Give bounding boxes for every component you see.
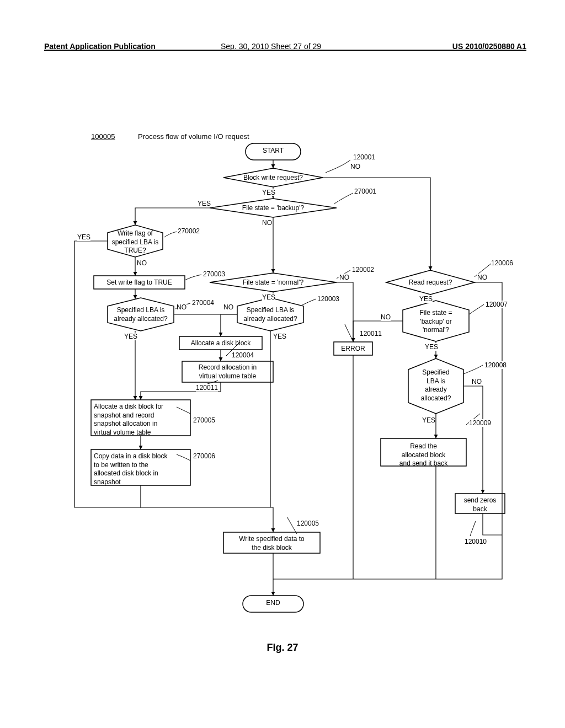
ref-270003: 270003 [203,270,225,278]
ref-120001: 120001 [353,153,375,161]
lbl-no: NO [381,313,391,321]
ref-120008: 120008 [484,361,507,369]
lbl-yes: YES [425,343,438,351]
header-rule [44,50,526,53]
ref-120003: 120003 [317,295,339,303]
ref-120011b: 120011 [196,384,218,392]
figure-id: 100005 [91,132,115,141]
decision-block-write: Block write request? [226,174,320,183]
lbl-no: NO [262,219,272,227]
lbl-no: NO [477,274,487,281]
decision-file-backup: File state = 'backup'? [215,204,331,213]
ref-120005: 120005 [297,520,319,527]
lbl-no: NO [223,303,233,311]
lbl-yes: YES [419,295,433,303]
process-record-alloc: Record allocation in virtual volume tabl… [185,363,270,381]
process-alloc-snapshot: Allocate a disk block for snapshot and r… [94,403,188,437]
ref-120002: 120002 [352,266,374,274]
ref-270001: 270001 [354,188,376,195]
ref-120006: 120006 [491,259,513,267]
process-copy-data: Copy data in a disk block to be written … [94,452,188,486]
decision-file-normal: File state = 'normal'? [215,279,331,287]
decision-lba-alloc-mid: Specified LBA is already allocated? [237,306,303,323]
lbl-no: NO [177,303,186,311]
lbl-no: NO [472,378,482,386]
lbl-yes: YES [273,333,286,340]
start-node: START [246,147,301,156]
ref-120009: 120009 [469,419,491,427]
lbl-no: NO [350,163,360,170]
ref-270004: 270004 [192,299,214,307]
lbl-yes: YES [262,189,275,196]
lbl-no: NO [137,259,147,267]
lbl-no: NO [339,274,349,281]
lbl-yes: YES [77,233,90,241]
process-alloc-disk: Allocate a disk block [179,339,262,348]
process-read-block: Read the allocated block and send it bac… [383,442,463,468]
process-write-data: Write specified data to the disk block [226,535,317,552]
ref-120007: 120007 [486,301,508,308]
flowchart: START END Block write request? File stat… [44,127,524,651]
ref-270006: 270006 [193,452,215,460]
end-node: END [243,599,303,608]
decision-lba-alloc-right: Specified LBA is already allocated? [408,368,463,403]
figure-title: Process flow of volume I/O request [138,132,249,141]
ref-270005: 270005 [193,416,215,424]
lbl-yes: YES [124,333,137,340]
ref-120011a: 120011 [360,330,382,338]
ref-120004: 120004 [232,351,254,359]
decision-write-flag: Write flag of specified LBA is TRUE? [102,229,168,255]
process-send-zeros: send zeros back [457,496,503,513]
ref-120010: 120010 [465,538,487,545]
process-set-flag: Set write flag to TRUE [94,279,185,287]
decision-file-backup-or-normal: File state = 'backup' or 'normal'? [406,309,466,335]
lbl-yes: YES [422,416,435,424]
process-error: ERROR [334,345,372,354]
lbl-yes: YES [262,293,275,301]
lbl-yes: YES [198,200,211,207]
figure-caption: Fig. 27 [0,642,565,654]
decision-lba-alloc-left: Specified LBA is already allocated? [108,306,174,323]
decision-read-request: Read request? [389,279,472,287]
ref-270002: 270002 [178,227,200,235]
